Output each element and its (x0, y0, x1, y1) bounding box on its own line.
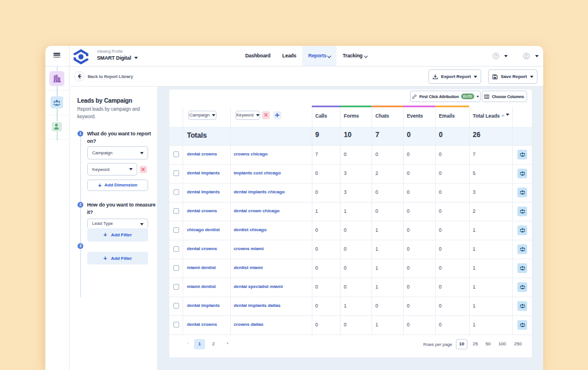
svg-text:?: ? (495, 54, 497, 58)
